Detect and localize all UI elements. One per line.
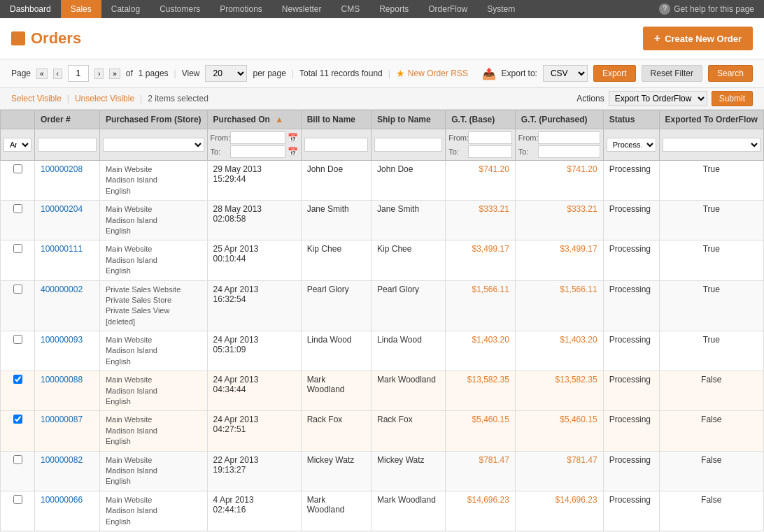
row-exported-1: True xyxy=(659,201,764,240)
order-link-2[interactable]: 100000111 xyxy=(41,244,83,254)
row-ship-8: Mark Woodland xyxy=(372,491,446,531)
cal-from-icon[interactable]: 📅 xyxy=(288,133,298,143)
export-format-select[interactable]: CSV XML Excel xyxy=(543,65,588,82)
row-checkbox-8[interactable] xyxy=(13,495,22,504)
table-filter-row: Any From: 📅 xyxy=(1,129,764,161)
row-status-1: Processing xyxy=(603,201,659,240)
nav-item-dashboard[interactable]: Dashboard xyxy=(0,0,61,18)
row-checkbox-cell-1 xyxy=(1,201,35,240)
row-exported-8: False xyxy=(659,491,764,531)
last-page-button[interactable]: » xyxy=(109,69,120,79)
page-number-input[interactable] xyxy=(68,65,89,82)
store-line: English xyxy=(106,396,201,407)
filter-bill-input[interactable] xyxy=(304,138,368,152)
export-button[interactable]: Export xyxy=(593,65,636,82)
first-page-button[interactable]: « xyxy=(36,69,48,79)
row-checkbox-4[interactable] xyxy=(13,335,22,344)
cal-to-icon[interactable]: 📅 xyxy=(288,147,298,157)
nav-item-promotions[interactable]: Promotions xyxy=(210,0,272,18)
gt-base-to-label: To: xyxy=(448,148,466,156)
pipe1: | xyxy=(67,94,69,103)
store-line: Main Website xyxy=(106,335,201,345)
filter-exported-select[interactable]: True False xyxy=(663,138,761,152)
order-link-0[interactable]: 100000208 xyxy=(41,164,83,174)
row-date-4: 24 Apr 2013 05:31:09 xyxy=(207,331,301,371)
rss-link[interactable]: ★ New Order RSS xyxy=(396,68,468,79)
row-exported-3: True xyxy=(659,280,764,331)
order-link-3[interactable]: 400000002 xyxy=(41,285,83,294)
help-label: Get help for this page xyxy=(674,4,754,14)
row-status-6: Processing xyxy=(603,411,659,451)
col-ship-to: Ship to Name xyxy=(372,110,446,129)
filter-purchased-from-input[interactable] xyxy=(230,131,285,144)
row-checkbox-5[interactable] xyxy=(13,375,22,384)
submit-button[interactable]: Submit xyxy=(712,91,753,106)
search-button[interactable]: Search xyxy=(708,65,753,82)
filter-purchased-to-input[interactable] xyxy=(230,145,285,158)
filter-gt-base-cell: From: To: xyxy=(446,129,516,161)
nav-item-sales[interactable]: Sales xyxy=(61,0,101,18)
row-order-num-0: 100000208 xyxy=(35,161,100,201)
filter-order-num-input[interactable] xyxy=(38,138,97,152)
filter-status-select[interactable]: Process... Processing Complete Pending xyxy=(607,138,656,152)
filter-gt-purch-from-input[interactable] xyxy=(538,131,600,144)
page-title: Orders xyxy=(11,29,81,48)
store-line: English xyxy=(106,357,201,367)
nav-item-orderflow[interactable]: OrderFlow xyxy=(418,0,477,18)
actions-select[interactable]: Export To OrderFlow xyxy=(609,91,707,106)
per-page-label: per page xyxy=(253,69,285,78)
col-purchased-on[interactable]: Purchased On ▲ xyxy=(207,110,301,129)
next-page-button[interactable]: › xyxy=(94,69,104,79)
filter-any-select[interactable]: Any xyxy=(3,138,31,152)
nav-item-customers[interactable]: Customers xyxy=(150,0,210,18)
pages-label: 1 pages xyxy=(139,69,169,78)
nav-item-catalog[interactable]: Catalog xyxy=(101,0,150,18)
table-row: 100000087 Main WebsiteMadison IslandEngl… xyxy=(1,411,764,451)
row-checkbox-2[interactable] xyxy=(13,244,22,253)
unselect-visible-button[interactable]: Unselect Visible xyxy=(75,94,134,103)
filter-ship-input[interactable] xyxy=(374,138,442,152)
create-order-button[interactable]: + Create New Order xyxy=(643,27,753,50)
row-gt-base-3: $1,566.11 xyxy=(446,280,516,331)
filter-gt-base-from-input[interactable] xyxy=(468,131,512,144)
order-link-6[interactable]: 100000087 xyxy=(41,415,83,424)
prev-page-button[interactable]: ‹ xyxy=(53,69,62,79)
orders-tbody: 100000208 Main WebsiteMadison IslandEngl… xyxy=(1,161,764,531)
help-link[interactable]: ? Get help for this page xyxy=(649,3,764,15)
help-icon: ? xyxy=(659,3,670,15)
nav-item-system[interactable]: System xyxy=(477,0,525,18)
gt-purch-from-label: From: xyxy=(518,134,536,142)
nav-item-newsletter[interactable]: Newsletter xyxy=(272,0,332,18)
row-checkbox-7[interactable] xyxy=(13,455,22,464)
reset-filter-button[interactable]: Reset Filter xyxy=(642,65,702,82)
row-date-0: 29 May 2013 15:29:44 xyxy=(207,161,301,201)
row-store-6: Main WebsiteMadison IslandEnglish xyxy=(99,411,207,451)
order-link-4[interactable]: 100000093 xyxy=(41,335,83,345)
row-checkbox-3[interactable] xyxy=(13,285,22,294)
select-visible-button[interactable]: Select Visible xyxy=(11,94,62,103)
row-store-7: Main WebsiteMadison IslandEnglish xyxy=(99,451,207,491)
page-label: Page xyxy=(11,69,31,78)
order-link-1[interactable]: 100000204 xyxy=(41,204,83,214)
nav-item-reports[interactable]: Reports xyxy=(369,0,418,18)
per-page-select[interactable]: 20 50 100 200 xyxy=(205,65,247,82)
filter-gt-purch-to-input[interactable] xyxy=(538,145,600,158)
row-store-5: Main WebsiteMadison IslandEnglish xyxy=(99,371,207,411)
filter-store-select[interactable] xyxy=(103,138,204,152)
row-checkbox-6[interactable] xyxy=(13,415,22,424)
store-line: Madison Island xyxy=(106,175,201,185)
store-line: Private Sales Store xyxy=(106,295,201,305)
row-checkbox-1[interactable] xyxy=(13,204,22,213)
row-date-time-8: 02:44:16 xyxy=(213,505,295,515)
row-date-time-5: 04:34:44 xyxy=(213,384,295,394)
nav-item-cms[interactable]: CMS xyxy=(332,0,370,18)
row-gt-purchased-2: $3,499.17 xyxy=(515,240,603,280)
row-date-3: 24 Apr 2013 16:32:54 xyxy=(207,280,301,331)
filter-gt-base-to-input[interactable] xyxy=(468,145,512,158)
order-link-7[interactable]: 100000082 xyxy=(41,455,83,465)
table-row: 100000082 Main WebsiteMadison IslandEngl… xyxy=(1,451,764,491)
row-checkbox-0[interactable] xyxy=(13,164,22,173)
order-link-8[interactable]: 100000066 xyxy=(41,495,83,505)
order-link-5[interactable]: 100000088 xyxy=(41,375,83,384)
filter-bill-cell xyxy=(301,129,371,161)
